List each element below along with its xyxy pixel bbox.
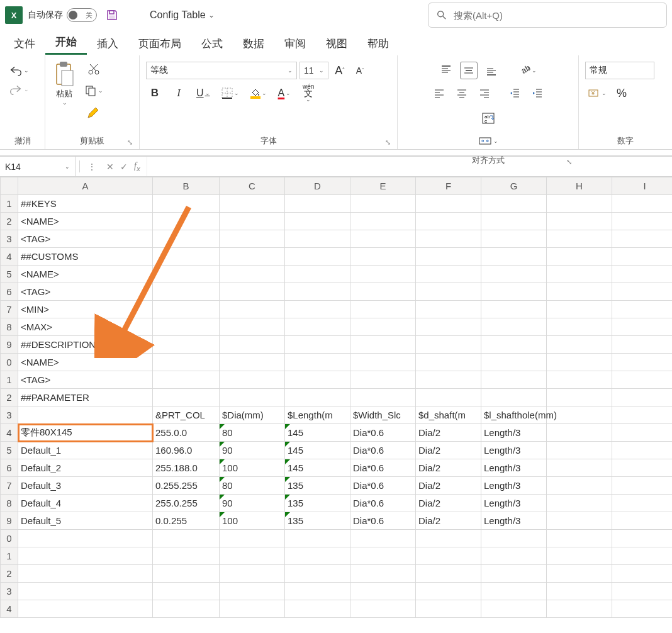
cell[interactable] xyxy=(612,354,673,371)
row-header[interactable]: 6 xyxy=(1,283,18,301)
italic-button[interactable]: I xyxy=(170,84,188,102)
cell[interactable] xyxy=(416,230,481,248)
align-bottom-button[interactable] xyxy=(483,62,500,79)
cell[interactable] xyxy=(547,477,612,495)
col-header[interactable]: E xyxy=(350,177,416,195)
cell[interactable] xyxy=(416,530,481,547)
cell[interactable] xyxy=(547,371,612,389)
cell[interactable] xyxy=(547,354,612,371)
cell[interactable] xyxy=(481,195,547,213)
cell[interactable] xyxy=(220,530,285,547)
row-header[interactable]: 0 xyxy=(1,530,18,547)
cell[interactable] xyxy=(547,318,612,336)
cell[interactable] xyxy=(18,583,153,600)
tab-review[interactable]: 审阅 xyxy=(274,31,316,55)
cell[interactable] xyxy=(416,213,481,230)
cell[interactable] xyxy=(18,530,153,547)
name-box[interactable]: K14 ⌄ xyxy=(0,157,76,176)
col-header[interactable]: H xyxy=(547,177,612,195)
cell[interactable] xyxy=(220,583,285,600)
cell[interactable] xyxy=(481,565,547,583)
cell[interactable] xyxy=(612,547,673,565)
cell[interactable] xyxy=(416,318,481,336)
cut-button[interactable] xyxy=(85,60,103,78)
cell[interactable] xyxy=(153,583,220,600)
cell[interactable] xyxy=(612,459,673,477)
decrease-font-button[interactable]: Aˇ xyxy=(351,62,369,79)
cell[interactable]: <MIN> xyxy=(18,301,153,318)
cell[interactable]: Dia*0.6 xyxy=(350,459,416,477)
cell[interactable] xyxy=(153,283,220,301)
undo-button[interactable]: ⌄ xyxy=(6,62,31,79)
cell[interactable]: ##KEYS xyxy=(18,195,153,213)
cell[interactable] xyxy=(220,248,285,266)
cell[interactable] xyxy=(285,301,350,318)
cell[interactable] xyxy=(350,530,416,547)
cell[interactable] xyxy=(220,301,285,318)
row-header[interactable]: 7 xyxy=(1,301,18,318)
cell[interactable] xyxy=(220,213,285,230)
align-launcher-icon[interactable]: ⤡ xyxy=(566,158,572,166)
cell[interactable]: 135 xyxy=(285,512,350,530)
cell[interactable] xyxy=(285,565,350,583)
clipboard-launcher-icon[interactable]: ⤡ xyxy=(127,138,133,147)
cell[interactable] xyxy=(612,336,673,354)
cell[interactable] xyxy=(416,371,481,389)
cell[interactable] xyxy=(285,230,350,248)
cell[interactable]: Dia*0.6 xyxy=(350,442,416,459)
redo-button[interactable]: ⌄ xyxy=(6,81,31,98)
cell[interactable] xyxy=(220,547,285,565)
cell[interactable] xyxy=(481,389,547,406)
decrease-indent-button[interactable] xyxy=(506,84,524,102)
cell[interactable] xyxy=(285,600,350,618)
row-header[interactable]: 1 xyxy=(1,371,18,389)
copy-button[interactable]: ⌄ xyxy=(82,82,106,99)
row-header[interactable]: 4 xyxy=(1,248,18,266)
cell[interactable] xyxy=(612,318,673,336)
cell[interactable]: <TAG> xyxy=(18,230,153,248)
cell[interactable]: ##DESCRIPTIONS xyxy=(18,336,153,354)
row-header[interactable]: 9 xyxy=(1,512,18,530)
cell[interactable] xyxy=(612,600,673,618)
font-size-select[interactable]: 11⌄ xyxy=(300,62,328,79)
cell[interactable]: 145 xyxy=(285,459,350,477)
cell[interactable] xyxy=(612,371,673,389)
cell[interactable] xyxy=(285,213,350,230)
cell[interactable] xyxy=(481,336,547,354)
font-color-button[interactable]: A⌄ xyxy=(276,84,294,102)
cell[interactable] xyxy=(285,266,350,283)
cell[interactable] xyxy=(547,459,612,477)
align-right-button[interactable] xyxy=(476,84,493,102)
cell[interactable]: 零件80X145 xyxy=(18,424,153,442)
align-center-button[interactable] xyxy=(453,84,471,102)
cell[interactable] xyxy=(285,530,350,547)
cell[interactable]: 160.96.0 xyxy=(153,442,220,459)
cell[interactable] xyxy=(612,389,673,406)
cell[interactable]: Dia/2 xyxy=(416,477,481,495)
row-header[interactable]: 1 xyxy=(1,547,18,565)
cell[interactable] xyxy=(547,565,612,583)
cell[interactable] xyxy=(220,389,285,406)
select-all-corner[interactable] xyxy=(1,177,18,195)
cell[interactable] xyxy=(153,336,220,354)
cell[interactable] xyxy=(547,195,612,213)
cell[interactable] xyxy=(481,301,547,318)
paste-button[interactable]: 粘贴 ⌄ xyxy=(49,58,79,108)
tab-formulas[interactable]: 公式 xyxy=(191,31,233,55)
row-header[interactable]: 3 xyxy=(1,230,18,248)
cell[interactable]: Length/3 xyxy=(481,459,547,477)
row-header[interactable]: 4 xyxy=(1,424,18,442)
cell[interactable] xyxy=(416,600,481,618)
merge-center-button[interactable]: ⌄ xyxy=(476,132,501,150)
cell[interactable] xyxy=(547,530,612,547)
cell[interactable] xyxy=(416,354,481,371)
cell[interactable] xyxy=(350,336,416,354)
cell[interactable]: <NAME> xyxy=(18,266,153,283)
cell[interactable]: Default_4 xyxy=(18,495,153,512)
align-left-button[interactable] xyxy=(430,84,448,102)
cell[interactable] xyxy=(220,266,285,283)
cell[interactable] xyxy=(612,301,673,318)
cell[interactable] xyxy=(153,600,220,618)
cell[interactable] xyxy=(220,371,285,389)
accounting-format-button[interactable]: ¥⌄ xyxy=(585,84,609,102)
